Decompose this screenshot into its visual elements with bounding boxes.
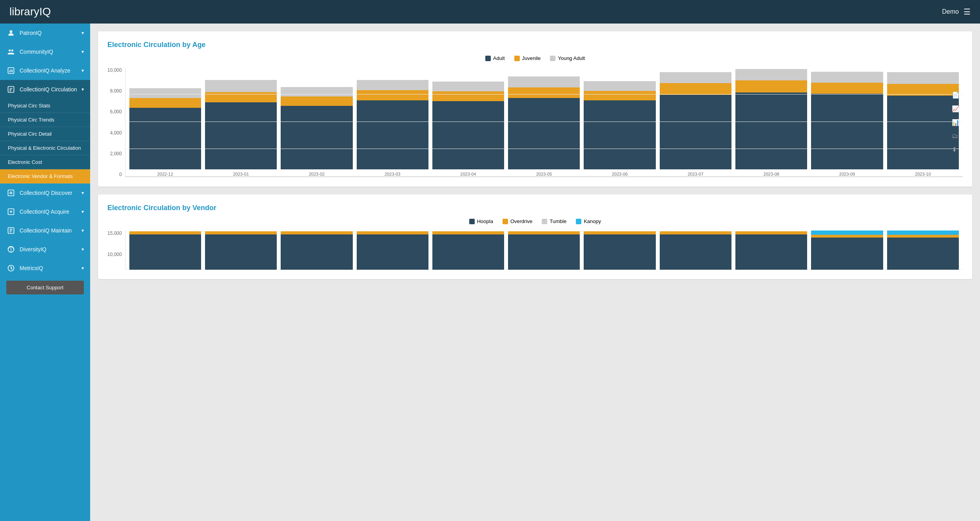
bar-group-2023-09: 2023-09 xyxy=(811,67,883,176)
hamburger-icon[interactable]: ☰ xyxy=(964,7,971,16)
bar-young-adult xyxy=(357,80,428,91)
download-icon[interactable]: ⬇ xyxy=(952,146,960,153)
vendor-bar-group-9 xyxy=(811,231,883,270)
sidebar-item-collection-circulation[interactable]: CollectionIQ Circulation ▾ xyxy=(0,80,90,99)
sidebar: PatronIQ ▾ CommunityIQ ▾ CollectionIQ An… xyxy=(0,24,90,521)
vendor-bar-1 xyxy=(205,234,277,270)
sidebar-item-collection-analyze[interactable]: CollectionIQ Analyze ▾ xyxy=(0,61,90,80)
vendor-bar-5 xyxy=(508,234,580,270)
sidebar-item-metrics[interactable]: MetricsIQ ▾ xyxy=(0,259,90,278)
chevron-community: ▾ xyxy=(82,49,84,54)
vendor-bar-group-10 xyxy=(887,231,959,270)
vendor-bar-group-1 xyxy=(205,231,277,270)
legend-overdrive-label: Overdrive xyxy=(510,218,532,224)
bar-juvenile xyxy=(887,84,959,96)
bar-juvenile xyxy=(508,87,580,98)
sidebar-item-diversity[interactable]: DiversityIQ ▾ xyxy=(0,240,90,259)
vendor-bar-7 xyxy=(660,234,731,270)
bar-adult xyxy=(811,94,883,169)
top-header: libraryIQ Demo ☰ xyxy=(0,0,980,24)
sidebar-item-collection-acquire[interactable]: CollectionIQ Acquire ▾ xyxy=(0,202,90,221)
legend-young-adult: Young Adult xyxy=(550,55,585,61)
bar-young-adult xyxy=(811,72,883,83)
svg-point-9 xyxy=(10,192,12,194)
y-6000: 6,000 xyxy=(110,109,122,114)
sidebar-label-collection-discover: CollectionIQ Discover xyxy=(20,190,73,196)
collection-circ-icon xyxy=(6,85,16,94)
vendor-bars-row xyxy=(125,231,963,270)
legend-tumble-dot xyxy=(542,219,547,224)
legend-tumble-label: Tumble xyxy=(550,218,566,224)
bar-juvenile xyxy=(584,91,655,100)
contact-support-button[interactable]: Contact Support xyxy=(6,281,84,294)
legend-juvenile-dot xyxy=(514,56,520,61)
vendor-y-15000: 15,000 xyxy=(107,231,122,236)
submenu-physical-circ-trends[interactable]: Physical Circ Trends xyxy=(0,113,90,127)
bar-juvenile xyxy=(811,83,883,94)
bars-wrapper: 2022-122023-012023-022023-032023-042023-… xyxy=(125,67,963,177)
vendor-bar-0 xyxy=(129,234,201,270)
sidebar-item-collection-maintain[interactable]: CollectionIQ Maintain ▾ xyxy=(0,221,90,240)
submenu-electronic-vendor[interactable]: Electronic Vendor & Formats xyxy=(0,169,90,183)
chevron-collection-acquire: ▾ xyxy=(82,209,84,214)
vendor-bar-group-8 xyxy=(735,231,807,270)
bar-chart-icon[interactable]: 📊 xyxy=(952,119,960,126)
vendor-bar-group-5 xyxy=(508,231,580,270)
submenu-physical-circ-stats[interactable]: Physical Circ Stats xyxy=(0,99,90,113)
sidebar-item-patron[interactable]: PatronIQ ▾ xyxy=(0,24,90,42)
legend-kanopy: Kanopy xyxy=(576,218,601,224)
legend-hoopla-dot xyxy=(469,219,475,224)
bar-label-2022-12: 2022-12 xyxy=(157,172,173,176)
collection-discover-icon xyxy=(6,188,16,198)
bar-young-adult xyxy=(281,87,352,96)
sidebar-item-collection-discover[interactable]: CollectionIQ Discover ▾ xyxy=(0,183,90,202)
chevron-patron: ▾ xyxy=(82,30,84,36)
vendor-bar-10 xyxy=(887,238,959,270)
logo: libraryIQ xyxy=(9,5,51,18)
bar-adult xyxy=(357,100,428,169)
bar-adult xyxy=(660,95,731,169)
bar-adult xyxy=(584,100,655,169)
bar-adult xyxy=(508,98,580,169)
vendor-bar-4 xyxy=(432,234,504,270)
chart-age-legend: Adult Juvenile Young Adult xyxy=(107,55,963,61)
main-content: Electronic Circulation by Age Adult Juve… xyxy=(90,24,980,521)
document-icon[interactable]: 📄 xyxy=(952,91,960,99)
bar-label-2023-05: 2023-05 xyxy=(536,172,552,176)
chevron-collection-circ: ▾ xyxy=(82,87,84,92)
vendor-bar-2 xyxy=(281,234,352,270)
legend-juvenile-label: Juvenile xyxy=(522,55,541,61)
bar-label-2023-06: 2023-06 xyxy=(612,172,628,176)
y-4000: 4,000 xyxy=(110,130,122,136)
main-layout: PatronIQ ▾ CommunityIQ ▾ CollectionIQ An… xyxy=(0,24,980,521)
bar-label-2023-03: 2023-03 xyxy=(385,172,400,176)
vendor-y-10000: 10,000 xyxy=(107,252,122,257)
bar-group-2023-02: 2023-02 xyxy=(281,67,352,176)
bar-young-adult xyxy=(660,72,731,83)
y-2000: 2,000 xyxy=(110,151,122,156)
bar-group-2023-01: 2023-01 xyxy=(205,67,277,176)
bar-group-2023-04: 2023-04 xyxy=(432,67,504,176)
bar-juvenile xyxy=(660,83,731,94)
submenu-physical-circ-detail[interactable]: Physical Circ Detail xyxy=(0,127,90,141)
bar-adult xyxy=(205,102,277,169)
layers-icon[interactable]: 🗂 xyxy=(952,133,960,140)
bar-young-adult xyxy=(735,69,807,80)
vendor-bar-group-7 xyxy=(660,231,731,270)
legend-young-adult-dot xyxy=(550,56,555,61)
bar-juvenile xyxy=(205,92,277,103)
sidebar-label-collection-acquire: CollectionIQ Acquire xyxy=(20,209,69,215)
submenu-electronic-cost[interactable]: Electronic Cost xyxy=(0,155,90,169)
community-icon xyxy=(6,47,16,56)
vendor-bar-3 xyxy=(357,234,428,270)
chart-line-icon[interactable]: 📈 xyxy=(952,105,960,113)
y-0: 0 xyxy=(119,172,122,177)
chevron-collection-discover: ▾ xyxy=(82,190,84,196)
sidebar-item-community[interactable]: CommunityIQ ▾ xyxy=(0,42,90,61)
legend-young-adult-label: Young Adult xyxy=(558,55,585,61)
bar-group-2023-06: 2023-06 xyxy=(584,67,655,176)
bar-young-adult xyxy=(887,72,959,84)
submenu-physical-electronic[interactable]: Physical & Electronic Circulation xyxy=(0,141,90,155)
legend-adult-dot xyxy=(485,56,491,61)
bar-adult xyxy=(432,101,504,169)
